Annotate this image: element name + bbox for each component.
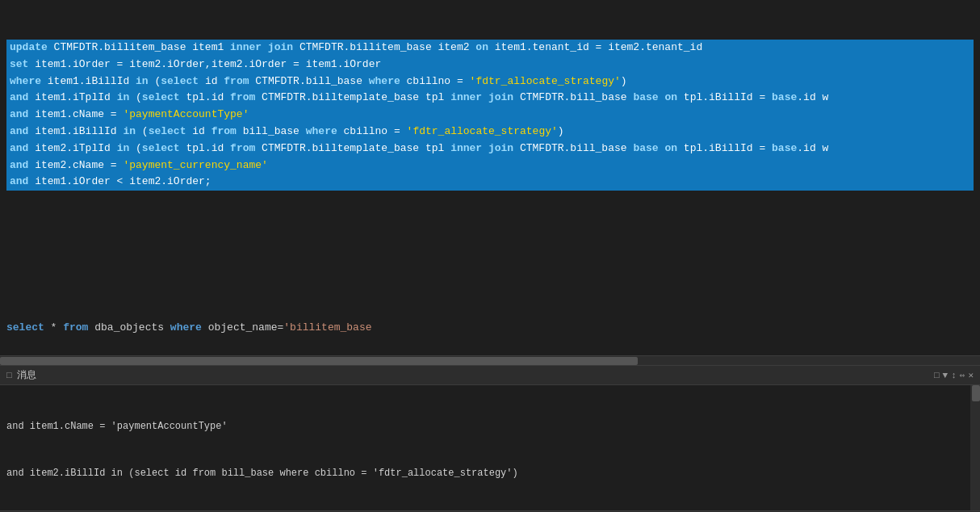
dropdown-icon2[interactable]: ▼ xyxy=(943,371,949,380)
resize-icon[interactable]: ⇔ xyxy=(960,370,965,380)
messages-header-left: □ 消息 xyxy=(6,368,36,382)
msg-scrollbar-thumb[interactable] xyxy=(972,385,980,401)
highlighted-line-1: update CTMFDTR.billitem_base item1 inner… xyxy=(6,40,974,57)
highlighted-line-3: where item1.iBillId in (select id from C… xyxy=(6,73,974,90)
select-query-line: select * from dba_objects where object_n… xyxy=(6,320,974,337)
msg-scrollbar[interactable] xyxy=(970,385,980,510)
editor-area: update CTMFDTR.billitem_base item1 inner… xyxy=(0,0,980,355)
highlighted-line-8: and item2.cName = 'payment_currency_name… xyxy=(6,157,974,174)
highlighted-line-5: and item1.cName = 'paymentAccountType' xyxy=(6,107,974,124)
msg-line-1: and item1.cName = 'paymentAccountType' xyxy=(6,419,974,434)
highlighted-line-9: and item1.iOrder < item2.iOrder; xyxy=(6,174,974,191)
pin-icon[interactable]: ↕ xyxy=(951,371,957,380)
messages-header: □ 消息 □ ▼ ↕ ⇔ ✕ xyxy=(0,366,980,385)
highlighted-line-4: and item1.iTplId in (select tpl.id from … xyxy=(6,90,974,107)
msg-line-2: and item2.iBillId in (select id from bil… xyxy=(6,466,974,481)
messages-panel: □ 消息 □ ▼ ↕ ⇔ ✕ and item1.cName = 'paymen… xyxy=(0,365,980,510)
highlighted-line-7: and item2.iTplId in (select tpl.id from … xyxy=(6,141,974,157)
code-content[interactable]: update CTMFDTR.billitem_base item1 inner… xyxy=(0,0,980,355)
messages-panel-icon: □ xyxy=(6,371,12,380)
highlighted-line-2: set item1.iOrder = item2.iOrder,item2.iO… xyxy=(6,57,974,73)
close-icon[interactable]: ✕ xyxy=(968,370,974,380)
highlighted-line-6: and item1.iBillId in (select id from bil… xyxy=(6,124,974,141)
messages-content[interactable]: and item1.cName = 'paymentAccountType' a… xyxy=(0,385,980,510)
editor-scrollbar-thumb[interactable] xyxy=(0,357,638,365)
editor-scrollbar-h[interactable] xyxy=(0,355,980,365)
messages-title: 消息 xyxy=(17,368,36,382)
messages-header-right: □ ▼ ↕ ⇔ ✕ xyxy=(934,370,974,380)
dropdown-icon[interactable]: □ xyxy=(934,371,940,380)
